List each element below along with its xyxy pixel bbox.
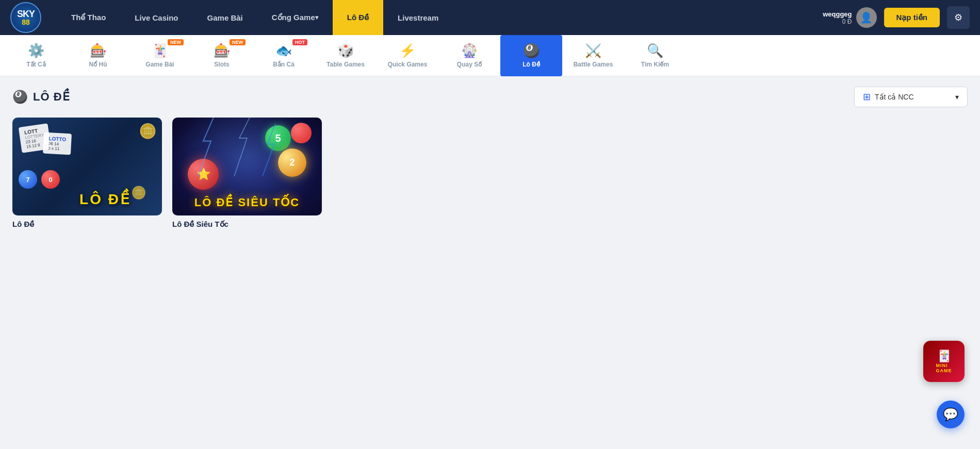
cat-quick-games[interactable]: ⚡ Quick Games — [377, 35, 438, 76]
nav-items: Thể Thao Live Casino Game Bài Cổng Game … — [57, 0, 823, 35]
cat-battle-games-label: Battle Games — [574, 61, 613, 68]
quick-games-icon: ⚡ — [399, 43, 416, 59]
cat-table-games-label: Table Games — [326, 61, 365, 68]
logo-88-text: 88 — [17, 19, 35, 26]
chat-icon: 💬 — [943, 407, 958, 422]
mini-game-bg: 🃏 MINIGAME — [923, 341, 965, 382]
nav-game-bai[interactable]: Game Bài — [193, 0, 257, 35]
section-title: 🎱 LÔ ĐỀ — [12, 90, 70, 104]
section-icon: 🎱 — [12, 90, 28, 104]
logo-sky-text: SKY — [17, 9, 35, 19]
slots-icon: 🎰 — [214, 43, 230, 59]
mini-game-button[interactable]: 🃏 MINIGAME — [923, 341, 965, 382]
cat-tat-ca[interactable]: ⚙️ Tất Cả — [5, 35, 67, 76]
cat-battle-games[interactable]: ⚔️ Battle Games — [562, 35, 624, 76]
nav-lo-de[interactable]: Lô Đề — [333, 0, 383, 35]
cat-no-hu-label: Nổ Hũ — [89, 61, 107, 68]
sieu-toc-title: LÔ ĐỀ SIÊU TỐC — [194, 196, 300, 209]
top-navigation: SKY 88 Thể Thao Live Casino Game Bài Cổn… — [0, 0, 980, 35]
cat-slots[interactable]: NEW 🎰 Slots — [191, 35, 253, 76]
game-card-sieu-toc[interactable]: 5 2 ⭐ LÔ ĐỀ SIÊU TỐC Lô Đề Siê — [172, 118, 322, 229]
logo-circle: SKY 88 — [10, 2, 41, 33]
settings-button[interactable]: ⚙ — [947, 6, 970, 29]
username: weqggeg — [823, 10, 852, 18]
battle-games-icon: ⚔️ — [585, 43, 601, 59]
cat-quay-so[interactable]: 🎡 Quay Số — [438, 35, 500, 76]
cat-lo-de[interactable]: 🎱 Lô Đề — [500, 35, 562, 76]
game-card-sieu-toc-image: 5 2 ⭐ LÔ ĐỀ SIÊU TỐC — [172, 118, 322, 215]
section-header: 🎱 LÔ ĐỀ ⊞ Tất cả NCC ▾ — [12, 87, 968, 107]
nav-cong-game[interactable]: Cổng Game — [257, 0, 333, 35]
nav-live-casino[interactable]: Live Casino — [120, 0, 192, 35]
tat-ca-icon: ⚙️ — [28, 43, 44, 59]
cat-no-hu[interactable]: 🎰 Nổ Hũ — [67, 35, 129, 76]
lo-de-icon: 🎱 — [523, 43, 540, 59]
cat-quay-so-label: Quay Số — [457, 61, 482, 68]
logo[interactable]: SKY 88 — [10, 2, 41, 33]
mini-game-cards-icon: 🃏 — [937, 350, 951, 363]
ban-ca-badge: HOT — [292, 39, 307, 45]
game-card-sieu-toc-label: Lô Đề Siêu Tốc — [172, 220, 228, 228]
cat-quick-games-label: Quick Games — [388, 61, 428, 68]
nav-the-thao[interactable]: Thể Thao — [57, 0, 120, 35]
section-title-text: LÔ ĐỀ — [33, 90, 70, 104]
chevron-down-icon: ▾ — [955, 93, 959, 101]
slots-badge: NEW — [230, 39, 246, 45]
game-bai-badge: NEW — [168, 39, 184, 45]
cat-tim-kiem-label: Tìm Kiếm — [641, 61, 669, 68]
games-grid: LOTT LOTTERY 23 16 15 12 8 LOTTO 36 14 3… — [12, 118, 968, 229]
lightning-svg — [172, 118, 322, 176]
avatar[interactable]: 👤 — [856, 7, 877, 28]
mini-game-label: MINIGAME — [936, 363, 952, 373]
filter-left: ⊞ Tất cả NCC — [863, 91, 914, 103]
user-balance: 0 Đ — [823, 18, 852, 25]
cat-game-bai[interactable]: NEW 🃏 Game Bài — [129, 35, 191, 76]
game-bai-icon: 🃏 — [152, 43, 168, 59]
user-info: weqggeg 0 Đ 👤 — [823, 7, 876, 28]
chat-button[interactable]: 💬 — [937, 401, 965, 428]
settings-icon: ⚙ — [954, 12, 962, 23]
cat-ban-ca-label: Bắn Cá — [273, 61, 295, 68]
ball-1: 7 — [19, 170, 37, 189]
table-games-icon: 🎲 — [337, 43, 354, 59]
game-card-lo-de-image: LOTT LOTTERY 23 16 15 12 8 LOTTO 36 14 3… — [12, 118, 162, 215]
nav-livestream[interactable]: Livestream — [383, 0, 453, 35]
no-hu-icon: 🎰 — [90, 43, 106, 59]
cat-game-bai-label: Game Bài — [145, 61, 174, 68]
cat-slots-label: Slots — [214, 61, 229, 68]
lo-de-card-title: LÔ ĐỀ — [79, 191, 131, 207]
game-card-lo-de[interactable]: LOTT LOTTERY 23 16 15 12 8 LOTTO 36 14 3… — [12, 118, 162, 229]
cat-ban-ca[interactable]: HOT 🐟 Bắn Cá — [253, 35, 315, 76]
ban-ca-icon: 🐟 — [275, 43, 292, 59]
cat-tat-ca-label: Tất Cả — [26, 61, 45, 68]
ball-2: 0 — [41, 170, 60, 189]
cat-tim-kiem[interactable]: 🔍 Tìm Kiếm — [624, 35, 686, 76]
tim-kiem-icon: 🔍 — [647, 43, 663, 59]
category-navigation: ⚙️ Tất Cả 🎰 Nổ Hũ NEW 🃏 Game Bài NEW 🎰 S… — [0, 35, 980, 76]
cat-table-games[interactable]: 🎲 Table Games — [315, 35, 377, 76]
quay-so-icon: 🎡 — [461, 43, 478, 59]
game-card-lo-de-label: Lô Đề — [12, 220, 34, 228]
nap-tien-button[interactable]: Nạp tiền — [884, 8, 940, 27]
filter-grid-icon: ⊞ — [863, 91, 871, 103]
cat-lo-de-label: Lô Đề — [522, 61, 540, 68]
main-content: 🎱 LÔ ĐỀ ⊞ Tất cả NCC ▾ LOTT LOTTERY — [0, 76, 980, 239]
filter-label: Tất cả NCC — [875, 93, 914, 101]
filter-dropdown[interactable]: ⊞ Tất cả NCC ▾ — [854, 87, 968, 107]
nav-right: weqggeg 0 Đ 👤 Nạp tiền ⚙ — [823, 6, 970, 29]
